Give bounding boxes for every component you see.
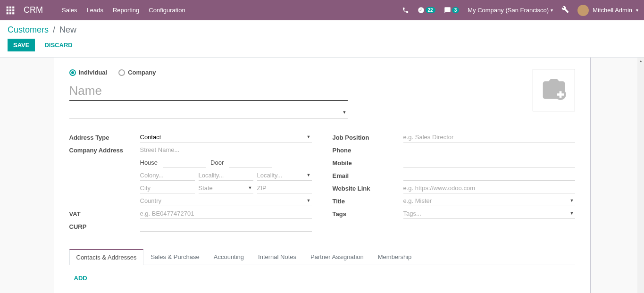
phone-icon[interactable] [402, 7, 409, 14]
country-select[interactable] [140, 196, 312, 206]
nav-configuration[interactable]: Configuration [149, 7, 185, 14]
colony-input[interactable] [140, 170, 195, 181]
debug-icon[interactable] [561, 6, 569, 15]
house-input[interactable] [163, 158, 206, 168]
breadcrumb-parent[interactable]: Customers [8, 25, 49, 34]
tab-internal-notes[interactable]: Internal Notes [251, 249, 303, 265]
svg-rect-8 [12, 12, 14, 14]
locality1-input[interactable] [199, 170, 253, 181]
title-select[interactable]: ▼ [403, 196, 575, 206]
label-title: Title [333, 196, 403, 205]
name-input[interactable] [69, 82, 348, 101]
tab-content: ADD [69, 265, 575, 291]
brand-title[interactable]: CRM [24, 5, 43, 15]
add-contact-button[interactable]: ADD [74, 275, 87, 282]
form-sheet: Individual Company ▼ Address Type ▼ [54, 58, 591, 293]
mobile-input[interactable] [403, 158, 575, 168]
apps-icon[interactable] [6, 6, 15, 15]
radio-company[interactable]: Company [118, 69, 156, 76]
caret-down-icon: ▾ [551, 8, 553, 13]
street-input[interactable] [140, 145, 312, 155]
svg-rect-2 [12, 6, 14, 8]
website-input[interactable] [403, 183, 575, 193]
nav-menu: Sales Leads Reporting Configuration [62, 7, 185, 14]
company-type-radio: Individual Company [69, 69, 575, 76]
door-input[interactable] [229, 158, 272, 168]
control-panel: Customers / New SAVE DISCARD [0, 20, 644, 58]
svg-rect-1 [9, 6, 11, 8]
tab-membership[interactable]: Membership [371, 249, 419, 265]
locality2-select[interactable] [257, 170, 312, 181]
vat-input[interactable] [140, 209, 312, 219]
tab-sales-purchase[interactable]: Sales & Purchase [143, 249, 206, 265]
phone-input[interactable] [403, 145, 575, 155]
label-phone: Phone [333, 145, 403, 154]
city-input[interactable] [140, 183, 195, 193]
nav-sales[interactable]: Sales [62, 7, 77, 14]
label-company-address: Company Address [69, 145, 140, 154]
zip-input[interactable] [257, 183, 312, 193]
camera-add-icon [541, 77, 567, 103]
scroll-up-icon[interactable]: ▴ [638, 58, 643, 64]
image-upload[interactable] [533, 69, 575, 111]
label-address-type: Address Type [69, 132, 140, 141]
caret-down-icon: ▾ [636, 8, 638, 13]
label-curp: CURP [69, 221, 140, 230]
save-button[interactable]: SAVE [8, 39, 35, 51]
messages-badge: 3 [452, 7, 460, 13]
radio-dot-icon [118, 69, 125, 76]
svg-rect-6 [7, 12, 8, 14]
nav-right: 22 3 My Company (San Francisco) ▾ Mitche… [402, 5, 638, 16]
activity-icon[interactable]: 22 [418, 7, 435, 14]
user-menu[interactable]: Mitchell Admin ▾ [577, 5, 638, 16]
svg-rect-0 [7, 6, 8, 8]
left-column: Address Type ▼ Company Address House Doo… [69, 132, 312, 234]
state-select[interactable] [199, 183, 253, 193]
messages-icon[interactable]: 3 [444, 7, 460, 14]
breadcrumb-current: New [59, 25, 76, 34]
company-switcher[interactable]: My Company (San Francisco) ▾ [468, 7, 553, 14]
label-website: Website Link [333, 183, 403, 192]
discard-button[interactable]: DISCARD [39, 39, 78, 51]
tab-partner-assignation[interactable]: Partner Assignation [303, 249, 371, 265]
svg-rect-3 [7, 9, 8, 11]
label-tags: Tags [333, 209, 403, 218]
chevron-down-icon: ▼ [343, 110, 347, 115]
tags-select[interactable]: ▼ [403, 209, 575, 219]
svg-rect-4 [9, 9, 11, 11]
activity-badge: 22 [426, 7, 435, 13]
tab-contacts[interactable]: Contacts & Addresses [69, 249, 144, 265]
breadcrumb: Customers / New [8, 25, 636, 35]
label-email: Email [333, 170, 403, 179]
address-type-select[interactable]: ▼ [140, 132, 312, 142]
avatar [577, 5, 589, 16]
email-input[interactable] [403, 170, 575, 181]
radio-dot-icon [69, 69, 76, 76]
curp-input[interactable] [140, 221, 312, 232]
right-column: Job Position Phone Mobile Email Website … [333, 132, 575, 234]
nav-leads[interactable]: Leads [87, 7, 103, 14]
notebook-tabs: Contacts & Addresses Sales & Purchase Ac… [69, 249, 575, 265]
tab-accounting[interactable]: Accounting [207, 249, 251, 265]
top-navbar: CRM Sales Leads Reporting Configuration … [0, 0, 644, 20]
svg-rect-7 [9, 12, 11, 14]
radio-individual[interactable]: Individual [69, 69, 108, 76]
form-view: Individual Company ▼ Address Type ▼ [0, 58, 644, 293]
label-job: Job Position [333, 132, 403, 141]
svg-rect-5 [12, 9, 14, 11]
nav-reporting[interactable]: Reporting [113, 7, 139, 14]
parent-company-select[interactable]: ▼ [69, 108, 348, 119]
label-vat: VAT [69, 209, 140, 218]
label-mobile: Mobile [333, 158, 403, 167]
job-input[interactable] [403, 132, 575, 142]
scrollbar-vertical[interactable]: ▴ ▾ [637, 58, 644, 293]
